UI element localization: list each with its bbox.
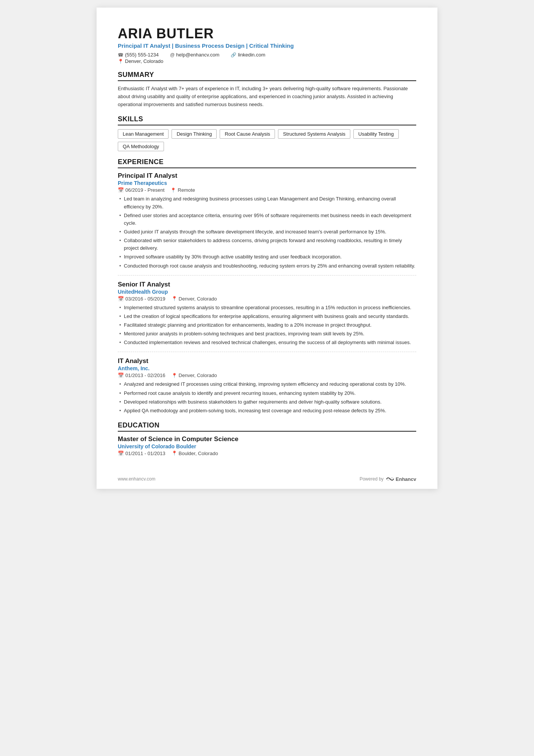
dates-text: 01/2011 - 01/2013 (125, 451, 166, 456)
phone-icon: ☎ (118, 52, 123, 58)
job-meta: 📅 03/2016 - 05/2019 📍 Denver, Colorado (118, 296, 416, 302)
bullet-item: Collaborated with senior stakeholders to… (118, 237, 416, 252)
job-bullets: Analyzed and redesigned IT processes usi… (118, 380, 416, 415)
skill-tag: Design Thinking (172, 129, 217, 139)
edu-school: University of Colorado Boulder (118, 443, 416, 449)
powered-by-label: Powered by (359, 476, 383, 482)
jobs-container: Principal IT AnalystPrime Therapeutics 📅… (118, 172, 416, 415)
edu-meta: 📅 01/2011 - 01/2013 📍 Boulder, Colorado (118, 451, 416, 456)
skill-tag: Lean Management (118, 129, 169, 139)
bullet-item: Conducted implementation reviews and res… (118, 339, 416, 346)
location-text: Denver, Colorado (179, 296, 217, 302)
job-company: Prime Therapeutics (118, 180, 416, 186)
skill-tag: Structured Systems Analysis (278, 129, 350, 139)
job-meta: 📅 06/2019 - Present 📍 Remote (118, 187, 416, 193)
pin-icon: 📍 (172, 296, 177, 301)
job-entry: IT AnalystAnthem, Inc. 📅 01/2013 - 02/20… (118, 357, 416, 415)
skill-tag: QA Methodology (118, 142, 164, 151)
bullet-item: Led the creation of logical specificatio… (118, 313, 416, 320)
job-bullets: Led team in analyzing and redesigning bu… (118, 195, 416, 269)
bullet-item: Led team in analyzing and redesigning bu… (118, 195, 416, 210)
resume-page: ARIA BUTLER Principal IT Analyst | Busin… (97, 8, 437, 489)
logo-svg (386, 476, 394, 482)
bullet-item: Analyzed and redesigned IT processes usi… (118, 380, 416, 388)
calendar-icon: 📅 (118, 187, 124, 193)
edu-dates: 📅 01/2011 - 01/2013 (118, 451, 166, 456)
job-dates: 📅 03/2016 - 05/2019 (118, 296, 166, 302)
contact-row: ☎ (555) 555-1234 @ help@enhancv.com 🔗 li… (118, 52, 416, 58)
experience-section: EXPERIENCE Principal IT AnalystPrime The… (118, 158, 416, 415)
summary-text: Enthusiastic IT Analyst with 7+ years of… (118, 85, 416, 108)
job-title: IT Analyst (118, 357, 416, 365)
education-entry: Master of Science in Computer Science Un… (118, 435, 416, 456)
candidate-title: Principal IT Analyst | Business Process … (118, 42, 416, 49)
calendar-icon: 📅 (118, 451, 124, 456)
location-row: 📍 Denver, Colorado (118, 58, 416, 64)
job-meta: 📅 01/2013 - 02/2016 📍 Denver, Colorado (118, 373, 416, 378)
job-dates: 📅 06/2019 - Present (118, 187, 164, 193)
linkedin-url: linkedin.com (238, 52, 265, 58)
bullet-item: Developed relationships with business st… (118, 398, 416, 406)
dates-text: 06/2019 - Present (125, 187, 164, 193)
bullet-item: Applied QA methodology and problem-solvi… (118, 407, 416, 415)
pin-icon: 📍 (170, 188, 176, 193)
skills-title: SKILLS (118, 115, 416, 125)
edu-degree: Master of Science in Computer Science (118, 435, 416, 443)
dates-text: 03/2016 - 05/2019 (125, 296, 166, 302)
job-entry: Senior IT AnalystUnitedHealth Group 📅 03… (118, 281, 416, 347)
job-company: UnitedHealth Group (118, 289, 416, 295)
bullet-item: Conducted thorough root cause analysis a… (118, 262, 416, 270)
job-dates: 📅 01/2013 - 02/2016 (118, 373, 166, 378)
email-icon: @ (170, 52, 175, 58)
experience-title: EXPERIENCE (118, 158, 416, 168)
linkedin-contact: 🔗 linkedin.com (231, 52, 265, 58)
job-title: Senior IT Analyst (118, 281, 416, 288)
location-text: Denver, Colorado (179, 373, 217, 378)
job-bullets: Implemented structured systems analysis … (118, 304, 416, 347)
education-title: EDUCATION (118, 421, 416, 432)
bullet-item: Facilitated strategic planning and prior… (118, 321, 416, 329)
pin-icon: 📍 (172, 373, 177, 378)
job-location: 📍 Remote (170, 187, 195, 193)
bullet-item: Implemented structured systems analysis … (118, 304, 416, 311)
phone-number: (555) 555-1234 (125, 52, 159, 58)
bullet-item: Mentored junior analysts in problem-solv… (118, 330, 416, 338)
email-contact: @ help@enhancv.com (170, 52, 219, 58)
bullet-item: Performed root cause analysis to identif… (118, 390, 416, 397)
bullet-item: Improved software usability by 30% throu… (118, 253, 416, 261)
job-divider (118, 352, 416, 352)
skills-section: SKILLS Lean ManagementDesign ThinkingRoo… (118, 115, 416, 151)
header: ARIA BUTLER Principal IT Analyst | Busin… (118, 26, 416, 64)
candidate-name: ARIA BUTLER (118, 26, 416, 42)
location-text: Remote (178, 187, 195, 193)
calendar-icon: 📅 (118, 296, 124, 302)
job-company: Anthem, Inc. (118, 365, 416, 371)
education-container: Master of Science in Computer Science Un… (118, 435, 416, 456)
dates-text: 01/2013 - 02/2016 (125, 373, 166, 378)
footer-brand: Powered by Enhancv (359, 476, 416, 482)
summary-section: SUMMARY Enthusiastic IT Analyst with 7+ … (118, 71, 416, 108)
edu-location: 📍 Boulder, Colorado (172, 451, 218, 456)
pin-icon: 📍 (172, 451, 177, 456)
location-text: Boulder, Colorado (179, 451, 218, 456)
location-icon: 📍 (118, 59, 123, 64)
linkedin-icon: 🔗 (231, 52, 236, 58)
calendar-icon: 📅 (118, 373, 124, 378)
job-divider (118, 275, 416, 275)
education-section: EDUCATION Master of Science in Computer … (118, 421, 416, 456)
footer: www.enhancv.com Powered by Enhancv (118, 476, 416, 482)
job-location: 📍 Denver, Colorado (172, 373, 217, 378)
skill-tag: Root Cause Analysis (220, 129, 275, 139)
bullet-item: Defined user stories and acceptance crit… (118, 212, 416, 227)
summary-title: SUMMARY (118, 71, 416, 81)
phone-contact: ☎ (555) 555-1234 (118, 52, 159, 58)
enhancv-logo: Enhancv (386, 476, 416, 482)
footer-website: www.enhancv.com (118, 476, 155, 482)
enhancv-brand-name: Enhancv (396, 476, 416, 482)
email-address: help@enhancv.com (176, 52, 219, 58)
skill-tag: Usability Testing (353, 129, 399, 139)
job-location: 📍 Denver, Colorado (172, 296, 217, 302)
location-text: Denver, Colorado (125, 58, 163, 64)
job-entry: Principal IT AnalystPrime Therapeutics 📅… (118, 172, 416, 269)
skills-container: Lean ManagementDesign ThinkingRoot Cause… (118, 129, 416, 151)
